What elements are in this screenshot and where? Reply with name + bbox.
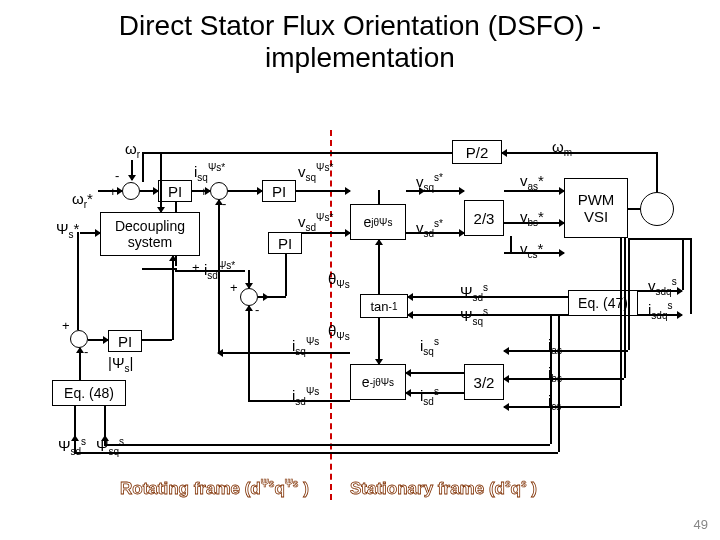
- line: [656, 152, 658, 192]
- line: [172, 268, 174, 340]
- slide-title: Direct Stator Flux Orientation (DSFO) - …: [0, 10, 720, 74]
- line: [175, 268, 177, 270]
- block-pi-iq: PI: [262, 180, 296, 202]
- line: [550, 316, 552, 444]
- label-vas: vas*: [520, 172, 544, 192]
- label-vsdqs: vsdqs: [648, 276, 677, 297]
- line: [502, 152, 550, 154]
- block-emjtheta: e-jθΨs: [350, 364, 406, 400]
- line: [104, 406, 106, 436]
- line: [104, 444, 550, 446]
- block-pi-speed: PI: [158, 180, 192, 202]
- line: [504, 350, 628, 352]
- line: [218, 352, 350, 354]
- line: [80, 232, 100, 234]
- label-wr-star: ωr*: [72, 190, 93, 210]
- sign: +: [62, 318, 70, 333]
- label-isqs: isqs: [420, 336, 439, 357]
- label-isd-psis: isdΨs: [292, 386, 319, 407]
- line: [74, 436, 76, 452]
- line: [175, 202, 177, 212]
- line: [504, 222, 564, 224]
- block-pwm-vsi: PWMVSI: [564, 178, 628, 238]
- sign: +: [192, 260, 200, 275]
- p2-label: P/2: [466, 144, 489, 161]
- footer-stationary: Stationary frame (dsqs ): [350, 478, 537, 499]
- sign: +: [109, 184, 117, 199]
- line: [628, 208, 640, 210]
- block-eq48: Eq. (48): [52, 380, 126, 406]
- line: [620, 238, 622, 406]
- line: [98, 190, 122, 192]
- title-line2: implementation: [265, 42, 455, 73]
- block-decoupling: Decouplingsystem: [100, 212, 200, 256]
- line: [248, 400, 350, 402]
- line: [550, 152, 656, 154]
- sign: +: [200, 184, 208, 199]
- block-atan: tan-1: [360, 294, 408, 318]
- line: [142, 152, 144, 182]
- line: [624, 238, 626, 378]
- line: [160, 152, 162, 212]
- label-isq-star: isqΨs*: [194, 162, 225, 183]
- pi-label: PI: [118, 333, 132, 350]
- line: [378, 240, 380, 294]
- label-isds: isds: [420, 386, 439, 407]
- line: [510, 236, 512, 252]
- sign: +: [230, 280, 238, 295]
- label-psisds: Ψsds: [460, 282, 488, 303]
- block-three-two: 3/2: [464, 364, 504, 400]
- label-vcs: vcs*: [520, 240, 543, 260]
- block-p-over-2: P/2: [452, 140, 502, 164]
- line: [406, 372, 464, 374]
- line: [88, 339, 108, 341]
- line: [258, 296, 268, 298]
- title-line1: Direct Stator Flux Orientation (DSFO) -: [119, 10, 601, 41]
- line: [142, 339, 172, 341]
- line: [504, 252, 564, 254]
- label-vsds-star: vsds*: [416, 218, 443, 239]
- line: [638, 314, 682, 316]
- two3-label: 2/3: [474, 210, 495, 227]
- line: [504, 406, 620, 408]
- pi-label: PI: [168, 183, 182, 200]
- label-vsd-star: vsdΨs*: [298, 212, 333, 233]
- line: [302, 232, 350, 234]
- line: [378, 318, 380, 364]
- line: [406, 392, 464, 394]
- label-vsq-star: vsqΨs*: [298, 162, 333, 183]
- line: [638, 290, 682, 292]
- label-theta-top: θΨs: [328, 270, 350, 290]
- line: [142, 268, 176, 270]
- line: [175, 270, 245, 272]
- three2-label: 3/2: [474, 374, 495, 391]
- pi-label: PI: [278, 235, 292, 252]
- line: [285, 254, 287, 296]
- line: [79, 348, 81, 380]
- line: [504, 190, 564, 192]
- label-vbs: vbs*: [520, 208, 544, 228]
- line: [378, 190, 380, 204]
- sign: -: [115, 168, 119, 183]
- line: [248, 306, 250, 400]
- slide-number: 49: [694, 517, 708, 532]
- line: [248, 270, 250, 288]
- line: [682, 238, 684, 290]
- block-ejtheta: ejθΨs: [350, 204, 406, 240]
- line: [504, 378, 624, 380]
- eq48-label: Eq. (48): [64, 385, 114, 401]
- label-psis-star: Ψs*: [56, 220, 79, 240]
- line: [74, 452, 558, 454]
- label-psisqs: Ψsqs: [460, 306, 488, 327]
- line: [558, 316, 560, 452]
- sum-speed: [122, 182, 140, 200]
- line: [408, 314, 568, 316]
- block-pi-flux: PI: [108, 330, 142, 352]
- footer-rotating: Rotating frame (dΨsqΨs ): [120, 478, 309, 499]
- line: [74, 406, 76, 436]
- label-wm: ωm: [552, 138, 572, 158]
- label-psis-mag: |Ψs|: [108, 354, 133, 374]
- line: [104, 436, 106, 444]
- line: [268, 296, 286, 298]
- sign: -: [84, 344, 88, 359]
